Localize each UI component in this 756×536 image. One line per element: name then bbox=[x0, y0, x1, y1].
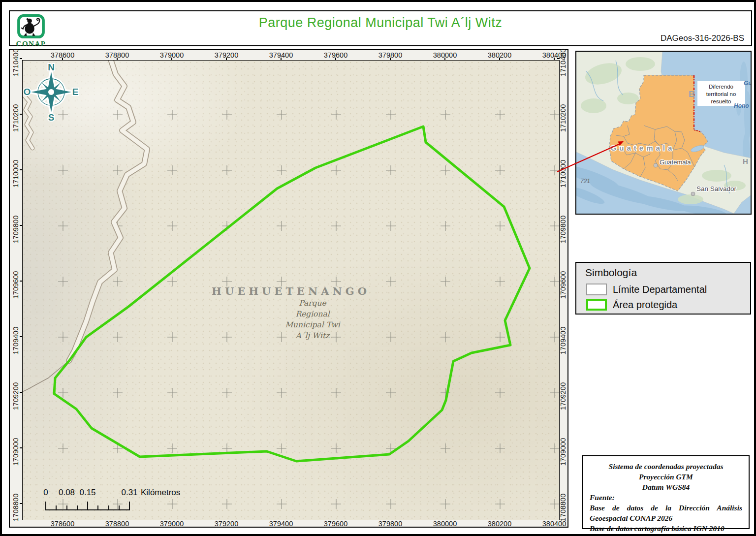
note-line: territorial no bbox=[706, 91, 736, 97]
y-axis-label: 1709400 bbox=[12, 327, 20, 354]
y-axis-label: 1709800 bbox=[559, 216, 567, 243]
y-axis-label: 1709000 bbox=[12, 438, 20, 466]
y-axis-label: 1709800 bbox=[12, 216, 20, 243]
y-axis-label: 1709200 bbox=[12, 382, 20, 410]
san-salvador-dot bbox=[691, 192, 695, 196]
document-id: DAGeos-316-2026-BS bbox=[661, 33, 744, 43]
scale-bar-value: 0 bbox=[43, 488, 48, 498]
axis-tick bbox=[20, 58, 22, 59]
scale-bar-unit: Kilómetros bbox=[141, 488, 180, 498]
scale-bar-value: 0.08 bbox=[59, 488, 75, 498]
x-axis-label: 379000 bbox=[160, 520, 184, 528]
x-axis-label: 378800 bbox=[105, 520, 129, 528]
legend-title: Simbología bbox=[585, 267, 637, 279]
trail-road bbox=[23, 361, 69, 393]
y-axis-label: 1710400 bbox=[559, 49, 567, 76]
scale-bar-value: 0.31 bbox=[121, 488, 137, 498]
scale-bar-tick bbox=[87, 502, 88, 510]
protected-area-swatch bbox=[586, 299, 607, 311]
belize-label-fragment: B bbox=[689, 90, 694, 99]
compass-west-label: O bbox=[24, 87, 31, 97]
scale-bar-tick bbox=[66, 505, 67, 510]
park-name-label: Parque Regional Municipal Twi A´lj Witz bbox=[263, 298, 362, 341]
legend: Simbología Límite Departamental Área pro… bbox=[575, 262, 751, 315]
compass-north-label: N bbox=[48, 62, 55, 72]
scale-bar-tick bbox=[45, 502, 46, 510]
compass-east-label: E bbox=[72, 87, 79, 97]
y-axis-label: 1709600 bbox=[559, 271, 567, 299]
department-label: HUEHUETENANGO bbox=[183, 285, 399, 297]
source-label: Fuente: bbox=[590, 492, 742, 503]
y-axis-label: 1709400 bbox=[559, 327, 567, 354]
main-map-frame: 3786003786003788003788003790003790003792… bbox=[9, 49, 568, 528]
x-axis-label: 380200 bbox=[488, 520, 511, 528]
crs-line: Datum WGS84 bbox=[590, 482, 742, 492]
x-axis-label: 379400 bbox=[269, 520, 293, 528]
map-canvas: HUEHUETENANGO Parque Regional Municipal … bbox=[22, 60, 560, 520]
compass-south-label: S bbox=[48, 112, 55, 123]
y-axis-label: 1709200 bbox=[559, 382, 567, 410]
y-axis-label: 1708800 bbox=[559, 494, 567, 521]
y-axis-label: 1710200 bbox=[12, 104, 20, 132]
y-axis-label: 1710000 bbox=[12, 160, 20, 188]
gulf-label-fragment: Gu bbox=[744, 80, 751, 87]
source-line: Base de datos cartografía básica IGN 201… bbox=[590, 523, 742, 534]
map-document-page: CONAP Parque Regional Municipal Twi A´lj… bbox=[0, 0, 756, 536]
scale-bar-tick bbox=[129, 502, 130, 510]
scale-bar-tick bbox=[119, 505, 120, 510]
departmental-limit-swatch bbox=[586, 284, 607, 295]
scale-bar-tick bbox=[56, 505, 57, 510]
crs-line: Sistema de coordenadas proyectadas bbox=[590, 461, 742, 472]
scale-bar: 00.080.150.31Kilómetros bbox=[37, 488, 215, 512]
scale-bar-tick bbox=[108, 505, 109, 510]
scale-bar-tick bbox=[77, 505, 78, 510]
scale-bar-tick bbox=[97, 505, 98, 510]
page-title: Parque Regional Municipal Twi A´lj Witz bbox=[10, 15, 751, 31]
scale-bar-value: 0.15 bbox=[79, 488, 95, 498]
gulf-label-fragment2: Hono bbox=[734, 102, 749, 109]
y-axis-label: 1710200 bbox=[559, 104, 567, 132]
y-axis-label: 1710000 bbox=[559, 160, 567, 188]
honduras-label-fragment: H o bbox=[743, 157, 751, 165]
san-salvador-label: San Salvador bbox=[696, 185, 737, 192]
note-line: resuelto bbox=[711, 98, 731, 104]
inset-locator-map: B Diferendo territorial no resuelto Guat… bbox=[575, 51, 752, 215]
inset-geometry: B Diferendo territorial no resuelto Guat… bbox=[576, 52, 751, 214]
capital-city-dot bbox=[654, 163, 658, 167]
elevation-label: 721 bbox=[580, 178, 590, 185]
y-axis-label: 1709000 bbox=[559, 438, 567, 466]
header: CONAP Parque Regional Municipal Twi A´lj… bbox=[9, 10, 752, 46]
x-axis-label: 378600 bbox=[51, 520, 74, 528]
y-axis-label: 1710400 bbox=[12, 49, 20, 76]
crs-line: Proyección GTM bbox=[590, 472, 742, 482]
source-paragraph: Base de datos de la Dirección Análisis G… bbox=[590, 503, 742, 523]
x-axis-label: 379800 bbox=[378, 520, 402, 528]
legend-item-departmental-limit: Límite Departamental bbox=[586, 283, 707, 296]
note-line: Diferendo bbox=[709, 84, 733, 90]
y-axis-label: 1709600 bbox=[12, 271, 20, 299]
inset-country-label: Guatemala bbox=[611, 144, 675, 152]
capital-city-label: Guatemala bbox=[660, 158, 691, 166]
coordinate-system-info-box: Sistema de coordenadas proyectadas Proye… bbox=[582, 455, 750, 529]
legend-item-protected-area: Área protegida bbox=[586, 298, 677, 311]
x-axis-label: 380000 bbox=[433, 520, 457, 528]
x-axis-label: 379600 bbox=[324, 520, 347, 528]
conap-logo-text: CONAP bbox=[16, 40, 46, 48]
compass-rose: N E S O bbox=[22, 62, 81, 123]
x-axis-label: 379200 bbox=[215, 520, 238, 528]
axis-tick bbox=[557, 58, 560, 59]
y-axis-label: 1708800 bbox=[12, 494, 20, 521]
